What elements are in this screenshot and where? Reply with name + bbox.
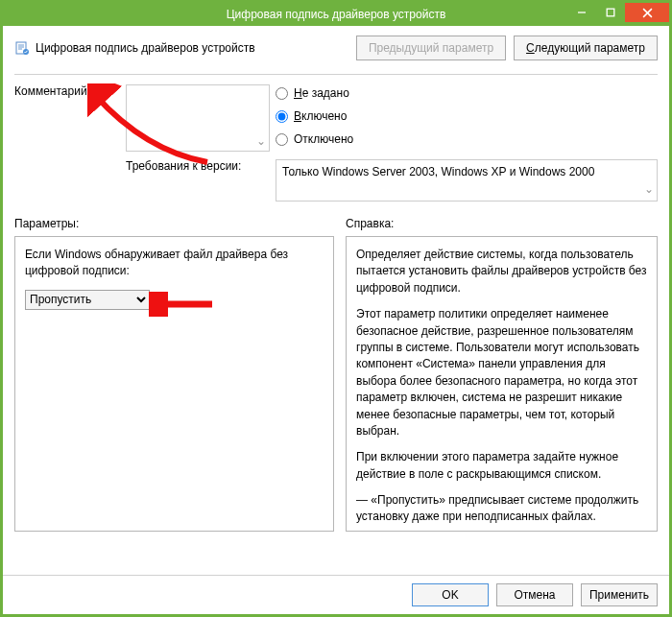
- radio-disabled-label: Отключено: [294, 132, 353, 146]
- svg-rect-1: [607, 9, 614, 16]
- panel-headers: Параметры: Справка:: [14, 217, 658, 230]
- policy-icon: [14, 40, 30, 56]
- param-label: Если Windows обнаруживает файл драйвера …: [25, 247, 324, 280]
- policy-name: Цифровая подпись драйверов устройств: [36, 41, 255, 55]
- action-select[interactable]: Пропустить: [25, 290, 150, 310]
- top-grid: Не задано Включено Отключено Комментарий…: [14, 84, 658, 202]
- parameters-panel: Если Windows обнаруживает файл драйвера …: [14, 236, 334, 532]
- radio-enabled-input[interactable]: [276, 110, 288, 123]
- radio-enabled[interactable]: Включено: [276, 109, 658, 123]
- radio-not-configured[interactable]: Не задано: [276, 86, 658, 100]
- comment-label: Комментарий:: [14, 84, 120, 98]
- scroll-down-icon: ⌄: [256, 134, 266, 148]
- content-area: Цифровая подпись драйверов устройств Пре…: [3, 26, 669, 575]
- next-setting-button[interactable]: Следующий параметр: [514, 36, 658, 60]
- window-title: Цифровая подпись драйверов устройств: [227, 8, 446, 21]
- panels: Если Windows обнаруживает файл драйвера …: [14, 236, 658, 532]
- ok-button[interactable]: OK: [412, 583, 489, 606]
- radio-disabled-input[interactable]: [276, 133, 288, 146]
- maximize-button[interactable]: [596, 3, 625, 22]
- window-controls: [567, 3, 669, 22]
- requirements-box: Только Windows Server 2003, Windows XP и…: [276, 159, 658, 202]
- apply-button[interactable]: Применить: [581, 583, 658, 606]
- separator: [14, 74, 658, 75]
- parameters-header: Параметры:: [14, 217, 346, 230]
- radio-enabled-label: Включено: [294, 109, 347, 123]
- titlebar: Цифровая подпись драйверов устройств: [3, 3, 669, 26]
- prev-setting-button[interactable]: Предыдущий параметр: [356, 36, 506, 60]
- radio-not-configured-input[interactable]: [276, 87, 288, 100]
- help-p1: Определяет действие системы, когда польз…: [356, 247, 647, 297]
- state-radios: Не задано Включено Отключено: [276, 84, 658, 146]
- help-p4: — «Пропустить» предписывает системе прод…: [356, 492, 647, 526]
- radio-not-configured-label: Не задано: [294, 86, 349, 100]
- help-p2: Этот параметр политики определяет наимен…: [356, 306, 647, 439]
- requirements-label: Требования к версии:: [126, 159, 270, 173]
- close-button[interactable]: [625, 3, 669, 22]
- header-row: Цифровая подпись драйверов устройств Пре…: [14, 36, 658, 60]
- policy-editor-window: Цифровая подпись драйверов устройств: [0, 0, 672, 617]
- minimize-button[interactable]: [567, 3, 596, 22]
- comment-textarea[interactable]: ⌄: [126, 84, 270, 152]
- cancel-button[interactable]: Отмена: [496, 583, 573, 606]
- help-p3: При включении этого параметра задайте ну…: [356, 449, 647, 483]
- help-header: Справка:: [346, 217, 658, 230]
- scroll-down-icon: ⌄: [644, 181, 654, 198]
- footer: OK Отмена Применить: [3, 575, 669, 614]
- radio-disabled[interactable]: Отключено: [276, 132, 658, 146]
- help-panel[interactable]: Определяет действие системы, когда польз…: [346, 236, 658, 532]
